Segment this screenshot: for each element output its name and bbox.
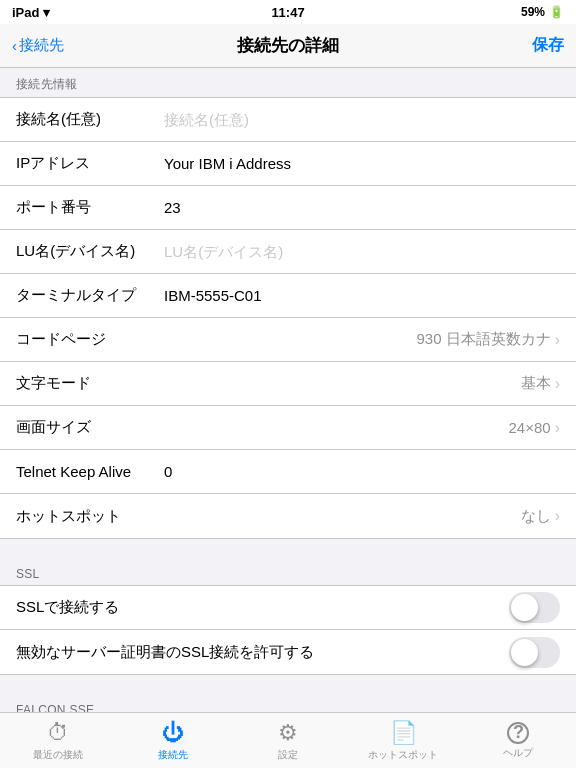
wifi-icon: ▾ [43,5,50,20]
hotspot-icon: 📄 [390,720,417,746]
chevron-right-icon: › [555,507,560,525]
row-label-connname: 接続名(任意) [16,110,156,129]
tab-hotspot-label: ホットスポット [368,748,438,762]
row-label-ipaddress: IPアドレス [16,154,156,173]
status-left: iPad ▾ [12,5,50,20]
row-label-ssl-connect: SSLで接続する [16,598,156,617]
tab-settings[interactable]: ⚙ 設定 [230,720,345,762]
carrier-label: iPad [12,5,39,20]
back-label: 接続先 [19,36,64,55]
connections-icon: ⏻ [162,720,184,746]
table-row-ssl-invalid: 無効なサーバー証明書のSSL接続を許可する [0,630,576,674]
tab-recent-connections[interactable]: ⏱ 最近の接続 [0,720,115,762]
tab-help-label: ヘルプ [503,746,533,760]
row-label-screensize: 画面サイズ [16,418,156,437]
chevron-right-icon: › [555,375,560,393]
table-row: Telnet Keep Alive [0,450,576,494]
battery-icon: 🔋 [549,5,564,19]
toggle-ssl-invalid[interactable] [509,637,560,668]
tab-recent-label: 最近の接続 [33,748,83,762]
row-label-charmode: 文字モード [16,374,156,393]
help-icon: ? [507,722,529,744]
row-label-termtype: ターミナルタイプ [16,286,156,305]
row-label-hotspot: ホットスポット [16,507,156,526]
tab-hotspot[interactable]: 📄 ホットスポット [346,720,461,762]
table-row: ポート番号 [0,186,576,230]
spacer [0,675,576,695]
row-label-luname: LU名(デバイス名) [16,242,156,261]
tab-connections[interactable]: ⏻ 接続先 [115,720,230,762]
table-row-screensize[interactable]: 画面サイズ 24×80 › [0,406,576,450]
toggle-ssl-connect[interactable] [509,592,560,623]
tab-bar: ⏱ 最近の接続 ⏻ 接続先 ⚙ 設定 📄 ホットスポット ? ヘルプ [0,712,576,768]
input-keepalive[interactable] [156,463,560,480]
ssl-group: SSLで接続する 無効なサーバー証明書のSSL接続を許可する [0,585,576,675]
nav-title: 接続先の詳細 [237,34,339,57]
tab-connections-label: 接続先 [158,748,188,762]
table-row: LU名(デバイス名) [0,230,576,274]
row-value-hotspot: なし [156,507,551,526]
input-luname[interactable] [156,243,560,260]
status-right: 59% 🔋 [521,5,564,19]
chevron-right-icon: › [555,419,560,437]
row-value-screensize: 24×80 [156,419,551,436]
row-label-port: ポート番号 [16,198,156,217]
table-row: ターミナルタイプ [0,274,576,318]
table-row-codepage[interactable]: コードページ 930 日本語英数カナ › [0,318,576,362]
input-ipaddress[interactable] [156,155,560,172]
row-label-keepalive: Telnet Keep Alive [16,463,156,480]
nav-bar: ‹ 接続先 接続先の詳細 保存 [0,24,576,68]
table-row-charmode[interactable]: 文字モード 基本 › [0,362,576,406]
battery-label: 59% [521,5,545,19]
row-label-ssl-invalid: 無効なサーバー証明書のSSL接続を許可する [16,643,497,662]
status-bar: iPad ▾ 11:47 59% 🔋 [0,0,576,24]
table-row-ssl-connect: SSLで接続する [0,586,576,630]
row-label-codepage: コードページ [16,330,156,349]
section-header-connection: 接続先情報 [0,68,576,97]
save-button[interactable]: 保存 [532,35,564,56]
row-value-charmode: 基本 [156,374,551,393]
connection-info-group: 接続名(任意) IPアドレス ポート番号 LU名(デバイス名) ターミナルタイプ… [0,97,576,539]
input-connname[interactable] [156,111,560,128]
table-row-hotspot[interactable]: ホットスポット なし › [0,494,576,538]
spacer [0,539,576,559]
settings-icon: ⚙ [278,720,298,746]
recent-connections-icon: ⏱ [47,720,69,746]
table-row: 接続名(任意) [0,98,576,142]
content-area: 接続先情報 接続名(任意) IPアドレス ポート番号 LU名(デバイス名) ター… [0,68,576,768]
row-value-codepage: 930 日本語英数カナ [156,330,551,349]
time-label: 11:47 [271,5,304,20]
tab-help[interactable]: ? ヘルプ [461,722,576,760]
input-termtype[interactable] [156,287,560,304]
back-button[interactable]: ‹ 接続先 [12,36,64,55]
table-row: IPアドレス [0,142,576,186]
section-header-ssl: SSL [0,559,576,585]
chevron-left-icon: ‹ [12,37,17,54]
tab-settings-label: 設定 [278,748,298,762]
chevron-right-icon: › [555,331,560,349]
input-port[interactable] [156,199,560,216]
